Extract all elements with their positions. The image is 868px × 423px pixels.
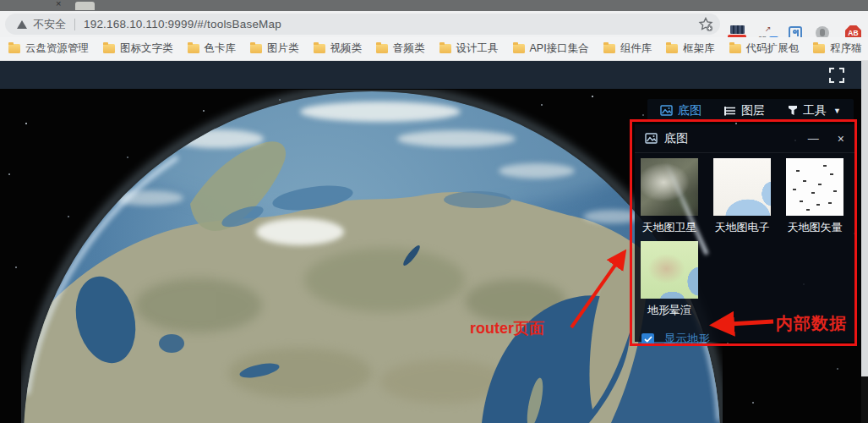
bookmark-label: 组件库 [620, 41, 652, 56]
window-stem-icon [797, 30, 799, 36]
basemap-panel: 底图 — × 天地图卫星 天地图电子 天地图矢量 地形晕渲 [635, 124, 854, 342]
check-icon [644, 336, 652, 343]
toolbar-basemap-label: 底图 [678, 103, 701, 118]
globe-earth[interactable] [21, 90, 723, 423]
bookmark-label: 视频类 [330, 41, 363, 56]
folder-icon [8, 44, 20, 53]
bookmark-label: 音频类 [393, 41, 425, 56]
bookmark-item[interactable]: 组件库 [603, 41, 652, 56]
bookmark-label: 代码扩展包 [746, 41, 800, 56]
bookmark-item[interactable]: 音频类 [376, 41, 425, 56]
toolbar-tools-label: 工具 [803, 103, 827, 118]
bookmark-item[interactable]: 程序猫 [813, 41, 862, 56]
bookmark-item[interactable]: 色卡库 [188, 41, 237, 56]
folder-icon [666, 44, 678, 53]
annotation-internal-label: 内部数据 [776, 312, 847, 335]
folder-icon [250, 44, 262, 53]
folder-icon [103, 44, 115, 53]
folder-icon [188, 44, 199, 53]
bookmark-label: 色卡库 [205, 41, 237, 56]
terrain-checkbox[interactable] [641, 333, 654, 346]
folder-icon [603, 44, 615, 53]
bookmark-label: API接口集合 [530, 41, 589, 56]
star-field [0, 89, 2, 91]
folder-icon [813, 44, 825, 53]
bookmark-item[interactable]: 代码扩展包 [729, 41, 800, 56]
bookmark-item[interactable]: 图标文字类 [103, 41, 173, 56]
basemap-option-label: 地形晕渲 [641, 303, 698, 318]
bookmark-label: 图片类 [267, 41, 299, 56]
address-divider [74, 19, 75, 30]
toolbar-layers-label: 图层 [741, 103, 765, 118]
bookmark-item[interactable]: 云盘资源管理 [8, 41, 89, 56]
page-scrollbar-end [861, 376, 868, 423]
folder-icon [314, 44, 325, 53]
bookmark-label: 图标文字类 [120, 41, 173, 56]
bookmark-item[interactable]: 图片类 [250, 41, 299, 56]
bookmark-label: 框架库 [683, 41, 715, 56]
terrain-toggle-label[interactable]: 显示地形 [664, 332, 710, 347]
chevron-down-icon: ▼ [833, 107, 841, 115]
basemap-panel-title: 底图 [664, 131, 808, 146]
url-text[interactable]: 192.168.10.110:9999/#/toolsBaseMap [84, 18, 281, 30]
folder-icon [513, 44, 525, 53]
address-bar[interactable]: 不安全 192.168.10.110:9999/#/toolsBaseMap [5, 14, 720, 35]
fullscreen-icon[interactable] [829, 68, 844, 83]
translate-arrow-icon: ↗ [765, 25, 772, 33]
terrain-thumbnail[interactable] [641, 241, 698, 299]
bookmark-label: 程序猫 [830, 41, 862, 56]
tab-bar: × [0, 0, 868, 11]
bookmark-item[interactable]: 框架库 [666, 41, 715, 56]
basemap-option-vector[interactable]: 天地图矢量 [786, 158, 843, 241]
im-icon [730, 25, 745, 34]
bookmark-item[interactable]: API接口集合 [513, 41, 589, 56]
electronic-thumbnail[interactable] [713, 158, 771, 216]
basemap-option-terrain[interactable]: 地形晕渲 [641, 241, 698, 324]
basemap-option-electronic[interactable]: 天地图电子 [713, 158, 771, 241]
bookmark-item[interactable]: 视频类 [314, 41, 363, 56]
page-scrollbar[interactable] [861, 61, 868, 376]
bookmark-star-icon[interactable] [698, 17, 713, 36]
basemap-option-label: 天地图矢量 [786, 220, 843, 235]
minimize-icon[interactable]: — [808, 132, 819, 145]
annotation-router-label: router页面 [470, 318, 544, 338]
basemap-option-label: 天地图电子 [713, 220, 771, 235]
bookmark-item[interactable]: 设计工具 [439, 41, 499, 56]
security-label[interactable]: 不安全 [33, 17, 66, 32]
basemap-panel-header[interactable]: 底图 — × [635, 124, 854, 153]
folder-icon [376, 44, 388, 53]
new-tab-button[interactable] [75, 2, 95, 10]
bookmark-label: 设计工具 [456, 41, 499, 56]
security-warning-icon [17, 20, 27, 29]
folder-icon [729, 44, 741, 53]
folder-icon [439, 44, 451, 53]
bookmark-label: 云盘资源管理 [25, 41, 89, 56]
layers-icon [724, 106, 736, 116]
basemap-icon [660, 105, 673, 116]
address-bar-row: 不安全 192.168.10.110:9999/#/toolsBaseMap n… [0, 11, 868, 37]
tools-icon [788, 105, 798, 116]
close-icon[interactable]: × [838, 132, 844, 146]
tab-close-icon[interactable]: × [56, 0, 61, 9]
toolbar-layers-button[interactable]: 图层 [724, 103, 765, 118]
page-header [0, 61, 868, 89]
vector-thumbnail[interactable] [786, 158, 843, 216]
bookmarks-bar: 云盘资源管理 图标文字类 色卡库 图片类 视频类 音频类 设计工具 API接口集… [0, 37, 868, 61]
toolbar-tools-button[interactable]: 工具 ▼ [788, 103, 841, 118]
basemap-panel-icon [645, 133, 658, 144]
toolbar-basemap-button[interactable]: 底图 [660, 103, 701, 118]
mouse-glyph-icon [820, 29, 825, 36]
map-toolbar: 底图 图层 工具 ▼ [647, 99, 854, 122]
